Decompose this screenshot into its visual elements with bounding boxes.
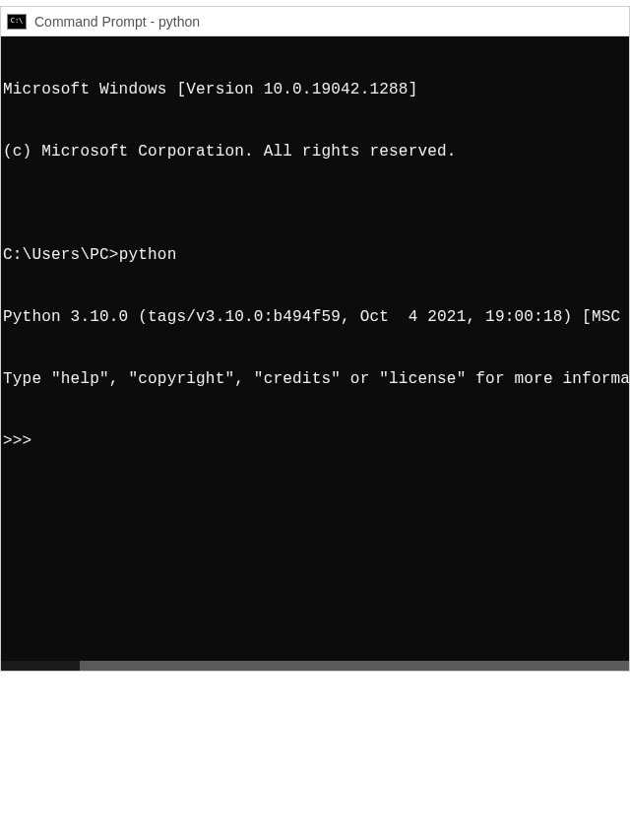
window-title: Command Prompt - python <box>34 14 200 30</box>
horizontal-scrollbar[interactable] <box>1 661 629 671</box>
prompt-path: C:\Users\PC> <box>3 245 119 266</box>
python-prompt: >>> <box>3 432 41 450</box>
scrollbar-track <box>1 661 80 671</box>
title-bar[interactable]: Command Prompt - python <box>1 7 629 36</box>
os-version-line: Microsoft Windows [Version 10.0.19042.12… <box>3 80 629 100</box>
command-line: C:\Users\PC>python <box>3 245 629 266</box>
terminal-output[interactable]: Microsoft Windows [Version 10.0.19042.12… <box>1 36 629 671</box>
python-prompt-line: >>> <box>3 431 629 452</box>
cmd-icon <box>7 14 27 30</box>
python-banner-line: Python 3.10.0 (tags/v3.10.0:b494f59, Oct… <box>3 307 629 328</box>
python-help-line: Type "help", "copyright", "credits" or "… <box>3 369 629 390</box>
page-whitespace <box>0 672 630 834</box>
typed-command: python <box>119 245 177 266</box>
copyright-line: (c) Microsoft Corporation. All rights re… <box>3 142 629 162</box>
command-prompt-window: Command Prompt - python Microsoft Window… <box>0 6 630 672</box>
scrollbar-thumb[interactable] <box>80 661 629 671</box>
